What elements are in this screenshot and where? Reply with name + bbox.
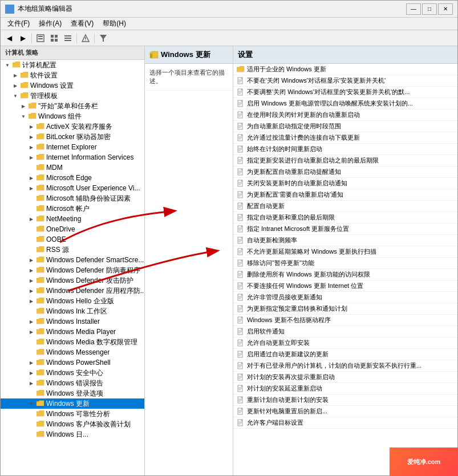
expand-netmeeting[interactable]: ▶ (27, 214, 36, 223)
tree-item-hello[interactable]: ▶ Windows Hello 企业版 (1, 296, 144, 306)
menu-item-h[interactable]: 帮助(H) (98, 18, 131, 30)
tree-item-uev[interactable]: ▶ Microsoft User Experience Vi... (1, 183, 144, 193)
tree-item-bitlocker[interactable]: ▶ BitLocker 驱动器加密 (1, 132, 144, 142)
expand-bitlocker[interactable]: ▶ (27, 132, 36, 141)
expand-hello[interactable]: ▶ (27, 296, 36, 306)
expand-edge[interactable]: ▶ (27, 173, 36, 182)
maximize-button[interactable]: □ (422, 3, 437, 15)
tree-item-computer-config[interactable]: ▼ 计算机配置 (1, 60, 144, 70)
settings-item-29[interactable]: 重新计划自动更新计划的安装 (233, 394, 457, 406)
menu-item-v[interactable]: 查看(V) (66, 18, 98, 30)
settings-item-19[interactable]: 不要连接任何 Windows 更新 Internet 位置 (233, 280, 457, 292)
tree-item-defender-av[interactable]: ▶ Windows Defender 防病毒程序 (1, 265, 144, 275)
tree-item-accessibility[interactable]: Windows 可靠性分析 (1, 409, 144, 419)
settings-item-12[interactable]: 配置自动更新 (233, 201, 457, 212)
settings-item-18[interactable]: 删除使用所有 Windows 更新功能的访问权限 (233, 269, 457, 280)
settings-item-11[interactable]: 为更新配置'需要自动重新启动'通知 (233, 189, 457, 201)
expand-software-settings[interactable]: ▶ (11, 71, 20, 80)
tree-item-defender-atp[interactable]: ▶ Windows Defender 攻击防护 (1, 275, 144, 286)
settings-item-0[interactable]: 适用于企业的 Windows 更新 (233, 64, 457, 75)
tree-item-edge[interactable]: ▶ Microsoft Edge (1, 173, 144, 183)
tree-item-update[interactable]: ▼ Windows 更新 (1, 398, 144, 409)
settings-item-15[interactable]: 自动更新检测频率 (233, 235, 457, 246)
tree-item-drm[interactable]: Windows Media 数字权限管理 (1, 337, 144, 347)
tree-item-defender-smartscreen[interactable]: ▶ Windows Defender SmartScre... (1, 255, 144, 265)
settings-item-16[interactable]: 不允许更新延期策略对 Windows 更新执行扫描 (233, 246, 457, 258)
expand-ie[interactable]: ▶ (27, 143, 36, 152)
tree-item-customer[interactable]: Windows 客户体验改善计划 (1, 419, 144, 429)
settings-item-30[interactable]: 更新针对电脑重置后的新启... (233, 406, 457, 417)
tree-item-security-center[interactable]: ▶ Windows 安全中心 (1, 368, 144, 378)
tree-item-logon[interactable]: Windows 登录选项 (1, 388, 144, 398)
back-button[interactable]: ◀ (3, 32, 15, 44)
tree-item-netmeeting[interactable]: ▶ NetMeeting (1, 214, 144, 224)
expand-powershell[interactable]: ▶ (27, 358, 36, 367)
tree-item-admin-templates[interactable]: ▼ 管理模板 (1, 91, 144, 101)
settings-item-21[interactable]: 为更新指定预定重启转换和通知计划 (233, 303, 457, 315)
settings-item-14[interactable]: 指定 Intranet Microsoft 更新服务位置 (233, 223, 457, 235)
tree-item-windows-components[interactable]: ▼ Windows 组件 (1, 111, 144, 121)
tree-item-windows-settings[interactable]: ▶ Windows 设置 (1, 80, 144, 91)
tree-item-media-player[interactable]: ▶ Windows Media Player (1, 327, 144, 337)
tree-item-oobe[interactable]: OOBE (1, 234, 144, 245)
settings-item-10[interactable]: 关闭安装更新时的自动重新启动通知 (233, 178, 457, 189)
tree-item-day[interactable]: Windows 日... (1, 429, 144, 440)
settings-item-31[interactable]: 允许客户端目标设置 (233, 417, 457, 429)
tree-item-mdm[interactable]: MDM (1, 162, 144, 173)
settings-item-28[interactable]: 对计划的安装延迟重新启动 (233, 383, 457, 394)
tree-item-software-settings[interactable]: ▶ 软件设置 (1, 70, 144, 80)
expand-security-center[interactable]: ▶ (27, 368, 36, 377)
settings-item-20[interactable]: 允许非管理员接收更新通知 (233, 292, 457, 303)
tree-item-rss[interactable]: RSS 源 (1, 245, 144, 255)
expand-activex[interactable]: ▶ (27, 122, 36, 131)
tree-item-iis[interactable]: ▶ Internet Information Services (1, 152, 144, 162)
toolbar-btn-3[interactable] (62, 32, 74, 44)
settings-item-5[interactable]: 为自动重新启动指定使用时段范围 (233, 121, 457, 132)
expand-windows-settings[interactable]: ▶ (11, 81, 20, 90)
settings-item-17[interactable]: 移除访问"暂停更新"功能 (233, 258, 457, 269)
forward-button[interactable]: ▶ (17, 32, 29, 44)
tree-item-messenger[interactable]: Windows Messenger (1, 347, 144, 357)
settings-item-8[interactable]: 指定更新安装进行自动重新启动之前的最后期限 (233, 155, 457, 166)
expand-media-player[interactable]: ▶ (27, 327, 36, 336)
tree-item-defender-app[interactable]: ▶ Windows Defender 应用程序防... (1, 286, 144, 296)
tree-item-account[interactable]: Microsoft 帐户 (1, 204, 144, 214)
expand-defender-app[interactable]: ▶ (27, 286, 36, 295)
settings-item-2[interactable]: 不要调整'关闭 Windows'对话框里的'安装更新并关机'的默... (233, 87, 457, 98)
expand-installer[interactable]: ▶ (27, 317, 36, 326)
toolbar-btn-2[interactable] (48, 32, 60, 44)
tree-item-ie[interactable]: ▶ Internet Explorer (1, 142, 144, 152)
tree-item-onedrive[interactable]: OneDrive (1, 224, 144, 234)
settings-item-22[interactable]: Windows 更新不包括驱动程序 (233, 315, 457, 326)
tree-item-activex[interactable]: ▶ ActiveX 安装程序服务 (1, 121, 144, 132)
settings-item-1[interactable]: 不要在'关闭 Windows'对话框显示'安装更新并关机' (233, 75, 457, 87)
menu-item-f[interactable]: 文件(F) (3, 18, 34, 30)
tree-item-auth[interactable]: Microsoft 辅助身份验证因素 (1, 193, 144, 204)
expand-admin-templates[interactable]: ▼ (11, 91, 20, 100)
settings-item-13[interactable]: 指定自动更新和重启的最后期限 (233, 212, 457, 223)
tree-item-ink[interactable]: Windows Ink 工作区 (1, 306, 144, 316)
expand-computer-config[interactable]: ▼ (3, 60, 12, 70)
settings-item-3[interactable]: 启用 Windows 更新电源管理以自动唤醒系统来安装计划的... (233, 98, 457, 109)
expand-defender-av[interactable]: ▶ (27, 266, 36, 275)
toolbar-btn-4[interactable] (79, 32, 92, 44)
expand-defender-smartscreen[interactable]: ▶ (27, 255, 36, 265)
expand-windows-components[interactable]: ▼ (19, 112, 28, 121)
expand-defender-atp[interactable]: ▶ (27, 276, 36, 285)
tree-panel[interactable]: 计算机 策略 ▼ 计算机配置▶ 软件设置▶ Windows 设置▼ 管理模板▶ … (1, 46, 145, 475)
close-button[interactable]: ✕ (438, 3, 453, 15)
expand-start-menu[interactable]: ▶ (19, 101, 28, 111)
settings-item-23[interactable]: 启用软件通知 (233, 326, 457, 337)
settings-item-4[interactable]: 在使用时段关闭针对更新的自动重新启动 (233, 109, 457, 121)
settings-item-26[interactable]: 对于有已登录用户的计算机，计划的自动更新安装不执行行重... (233, 360, 457, 372)
filter-button[interactable] (97, 32, 110, 44)
expand-iis[interactable]: ▶ (27, 153, 36, 162)
settings-item-27[interactable]: 对计划的安装再次提示重新启动 (233, 372, 457, 383)
settings-item-9[interactable]: 为更新配置自动重新启动提醒通知 (233, 166, 457, 178)
toolbar-btn-1[interactable] (34, 32, 47, 44)
tree-item-error-report[interactable]: ▶ Windows 错误报告 (1, 378, 144, 388)
tree-item-powershell[interactable]: ▶ Windows PowerShell (1, 357, 144, 368)
tree-item-start-menu[interactable]: ▶ "开始"菜单和任务栏 (1, 101, 144, 111)
settings-item-6[interactable]: 允许通过按流量计费的连接自动下载更新 (233, 132, 457, 144)
menu-item-a[interactable]: 操作(A) (34, 18, 66, 30)
